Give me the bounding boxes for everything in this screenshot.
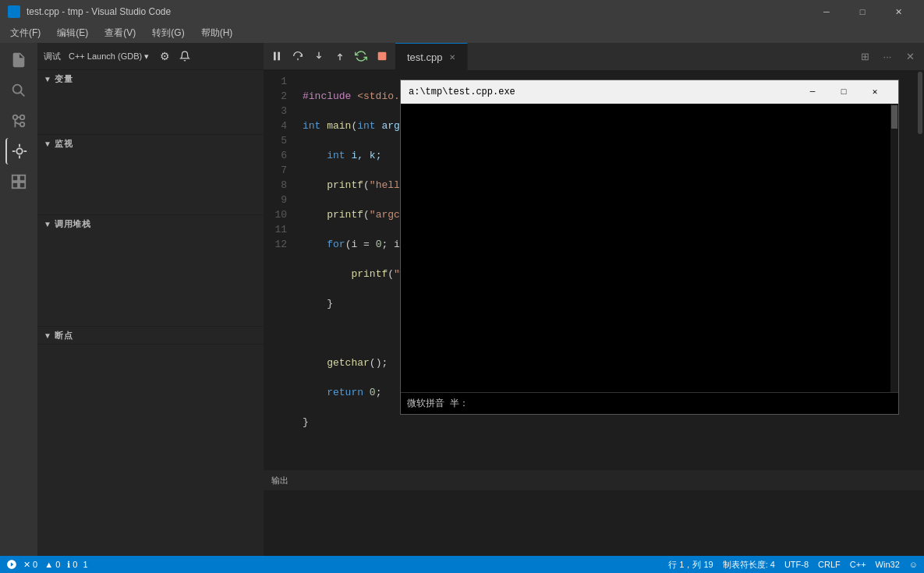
debug-step-into-button[interactable] (310, 47, 328, 65)
console-content[interactable] (401, 104, 898, 392)
svg-rect-16 (19, 182, 25, 188)
console-footer: 微软拼音 半： (401, 392, 898, 414)
breakpoints-header[interactable]: ▼ 断点 (37, 327, 264, 344)
debug-toolbar: 调试 C++ Launch (GDB) ▾ ⚙ (37, 43, 264, 70)
line-num-3: 3 (264, 104, 287, 118)
console-scrollbar[interactable] (890, 104, 898, 392)
debug-config-label: C++ Launch (GDB) ▾ (69, 51, 149, 62)
source-control-icon[interactable] (5, 108, 32, 134)
debug-icon[interactable] (5, 138, 32, 164)
debug-restart-button[interactable] (352, 47, 370, 65)
menu-bar: 文件(F) 编辑(E) 查看(V) 转到(G) 帮助(H) (0, 23, 924, 43)
svg-point-8 (16, 148, 22, 154)
menu-goto[interactable]: 转到(G) (146, 25, 190, 41)
console-title-bar: a:\tmp\test.cpp.exe ─ □ ✕ (401, 80, 898, 104)
console-window: a:\tmp\test.cpp.exe ─ □ ✕ 微软拼音 半： (400, 80, 899, 415)
variables-label: 变量 (55, 73, 73, 85)
extensions-icon[interactable] (5, 168, 32, 195)
status-encoding[interactable]: UTF-8 (784, 560, 809, 569)
status-bar-right: 行 1，列 19 制表符长度: 4 UTF-8 CRLF C++ Win32 ☺ (668, 559, 918, 571)
files-icon[interactable] (5, 47, 32, 73)
console-maximize-button[interactable]: □ (828, 80, 859, 104)
line-num-9: 9 (264, 193, 287, 207)
bottom-panel-label[interactable]: 输出 (271, 475, 289, 486)
status-bar-left: ✕ 0 ▲ 0 ℹ 0 1 (6, 559, 88, 570)
menu-file[interactable]: 文件(F) (4, 25, 47, 41)
menu-help[interactable]: 帮助(H) (195, 25, 239, 41)
tab-filename: test.cpp (407, 51, 443, 63)
debug-pause-button[interactable] (267, 47, 286, 65)
title-bar-left: test.cpp - tmp - Visual Studio Code (8, 5, 171, 18)
menu-edit[interactable]: 编辑(E) (51, 25, 94, 41)
debug-label: 调试 (44, 51, 61, 62)
code-line-12: } (303, 415, 908, 430)
sidebar-section-variables: ▼ 变量 (37, 70, 264, 135)
close-button[interactable]: ✕ (880, 0, 916, 23)
sidebar-section-callstack: ▼ 调用堆栈 (37, 215, 264, 327)
status-tab-size[interactable]: 制表符长度: 4 (723, 559, 775, 571)
close-panel-button[interactable]: ✕ (900, 47, 920, 67)
split-editor-button[interactable]: ⊞ (855, 47, 875, 67)
svg-rect-13 (12, 175, 18, 181)
console-ime-status: 微软拼音 半： (407, 396, 469, 411)
bottom-panel: 输出 (264, 470, 924, 556)
debug-settings-button[interactable]: ⚙ (157, 48, 172, 64)
variables-header[interactable]: ▼ 变量 (37, 70, 264, 87)
line-num-7: 7 (264, 163, 287, 178)
svg-line-1 (20, 92, 24, 96)
callstack-header[interactable]: ▼ 调用堆栈 (37, 215, 264, 232)
title-bar: test.cpp - tmp - Visual Studio Code ─ □ … (0, 0, 924, 23)
callstack-content (37, 232, 264, 326)
status-feedback[interactable]: ☺ (909, 560, 918, 569)
debug-step-out-button[interactable] (331, 47, 349, 65)
more-actions-button[interactable]: ··· (877, 47, 897, 67)
search-icon[interactable] (5, 77, 32, 104)
breakpoints-label: 断点 (55, 330, 73, 341)
error-count: ✕ 0 (23, 560, 37, 570)
tab-test-cpp[interactable]: test.cpp ✕ (395, 43, 468, 70)
title-bar-text: test.cpp - tmp - Visual Studio Code (27, 6, 171, 17)
line-num-2: 2 (264, 89, 287, 104)
status-line-ending[interactable]: CRLF (818, 560, 841, 569)
status-position[interactable]: 行 1，列 19 (668, 559, 713, 571)
console-title-text: a:\tmp\test.cpp.exe (409, 85, 515, 100)
svg-line-7 (15, 122, 19, 125)
debug-stop-button[interactable] (373, 47, 391, 65)
status-git-icon[interactable] (6, 559, 17, 570)
editor-scrollbar[interactable] (916, 70, 924, 470)
code-editor[interactable]: 1 2 3 4 5 6 7 8 9 10 11 12 #include <std… (264, 70, 924, 470)
svg-rect-17 (274, 52, 276, 61)
console-close-button[interactable]: ✕ (859, 80, 890, 104)
maximize-button[interactable]: □ (844, 0, 880, 23)
info-count: ℹ 0 (67, 560, 77, 570)
menu-view[interactable]: 查看(V) (98, 25, 142, 41)
svg-rect-14 (19, 175, 25, 181)
svg-rect-15 (12, 182, 18, 188)
sidebar: 调试 C++ Launch (GDB) ▾ ⚙ ▼ 变量 ▼ 监视 (37, 43, 264, 556)
watch-label: 监视 (55, 138, 73, 150)
svg-point-0 (13, 85, 22, 94)
tab-bar: test.cpp ✕ ⊞ ··· ✕ (264, 43, 924, 70)
minimize-button[interactable]: ─ (809, 0, 844, 23)
line-num-4: 4 (264, 118, 287, 133)
callstack-arrow: ▼ (44, 220, 51, 228)
editor-area: test.cpp ✕ ⊞ ··· ✕ 1 2 3 4 5 6 7 8 9 10 (264, 43, 924, 556)
status-language[interactable]: C++ (850, 560, 866, 569)
line-numbers: 1 2 3 4 5 6 7 8 9 10 11 12 (264, 70, 295, 470)
tab-close-button[interactable]: ✕ (449, 53, 455, 62)
callstack-label: 调用堆栈 (55, 218, 90, 230)
editor-actions: ⊞ ··· ✕ (855, 47, 924, 67)
line-num-11: 11 (264, 222, 287, 237)
line-num-12: 12 (264, 237, 287, 252)
console-minimize-button[interactable]: ─ (797, 80, 828, 104)
bottom-panel-header: 输出 (264, 471, 924, 490)
status-platform[interactable]: Win32 (876, 560, 900, 569)
vscode-icon (8, 5, 20, 18)
sidebar-section-watch: ▼ 监视 (37, 135, 264, 215)
debug-step-over-button[interactable] (289, 47, 307, 65)
status-errors[interactable]: ✕ 0 ▲ 0 ℹ 0 1 (23, 560, 88, 570)
watch-header[interactable]: ▼ 监视 (37, 135, 264, 152)
activity-bar (0, 43, 37, 556)
variables-content (37, 87, 264, 134)
debug-notify-button[interactable] (177, 48, 193, 64)
